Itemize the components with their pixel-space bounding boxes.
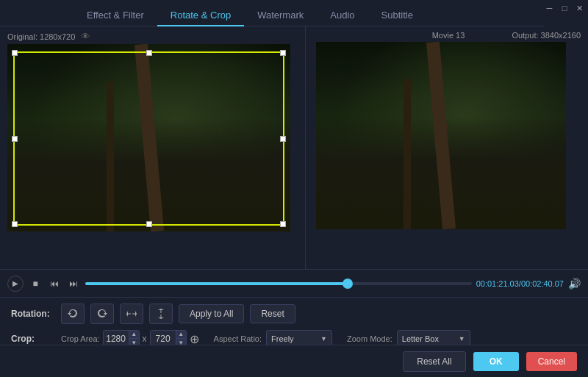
play-button[interactable]: ▶: [7, 276, 24, 292]
crop-handle-tl[interactable]: [12, 50, 18, 56]
zoom-mode-label: Zoom Mode:: [347, 334, 392, 343]
crop-handle-br[interactable]: [280, 221, 286, 227]
crop-area-label: Crop Area:: [61, 334, 100, 343]
cancel-button[interactable]: Cancel: [526, 352, 577, 371]
svg-rect-1: [132, 314, 135, 315]
video-area: Original: 1280x720 👁: [0, 26, 588, 269]
rotation-row: Rotation:: [11, 304, 577, 324]
reset-button[interactable]: Reset: [250, 304, 295, 323]
size-separator: x: [143, 334, 147, 344]
right-video-panel: Movie 13 Output: 3840x2160: [305, 26, 588, 269]
prev-button[interactable]: ⏮: [47, 276, 62, 291]
svg-rect-2: [161, 310, 162, 313]
crop-handle-bc[interactable]: [146, 221, 152, 227]
crop-handle-mr[interactable]: [280, 136, 286, 142]
crop-handle-tc[interactable]: [146, 50, 152, 56]
timeline-progress: [85, 282, 348, 285]
crop-handle-tr[interactable]: [280, 50, 286, 56]
rotate-cw-button[interactable]: [90, 304, 114, 324]
tab-subtitle[interactable]: Subtitle: [368, 5, 426, 26]
timeline-thumb[interactable]: [343, 279, 353, 289]
reset-all-button[interactable]: Reset All: [403, 351, 465, 372]
rotation-label: Rotation:: [11, 309, 55, 319]
tab-effect-filter[interactable]: Effect & Filter: [74, 5, 157, 26]
crop-overlay[interactable]: [13, 51, 284, 226]
aspect-ratio-label: Aspect Ratio:: [214, 334, 262, 343]
crop-handle-bl[interactable]: [12, 221, 18, 227]
tab-audio[interactable]: Audio: [317, 5, 368, 26]
flip-h-button[interactable]: [120, 304, 143, 324]
left-video-frame: [7, 44, 290, 231]
output-label: Output: 3840x2160: [512, 31, 581, 40]
ok-button[interactable]: OK: [473, 352, 519, 371]
tab-watermark[interactable]: Watermark: [244, 5, 317, 26]
playback-bar: ▶ ■ ⏮ ⏭ 00:01:21.03/00:02:40.07 🔊: [0, 269, 588, 297]
minimize-button[interactable]: ─: [544, 2, 555, 14]
left-video-panel: Original: 1280x720 👁: [0, 26, 305, 269]
svg-rect-0: [128, 314, 131, 315]
rotate-ccw-button[interactable]: [61, 304, 85, 324]
close-button[interactable]: ✕: [574, 2, 585, 14]
svg-rect-3: [161, 315, 162, 317]
tab-rotate-crop[interactable]: Rotate & Crop: [157, 5, 244, 26]
zoom-arrow-icon: ▼: [459, 335, 465, 342]
original-label: Original: 1280x720 👁: [7, 31, 305, 42]
center-crop-icon[interactable]: ⊕: [190, 332, 199, 346]
maximize-button[interactable]: □: [559, 2, 570, 14]
main-content: Original: 1280x720 👁: [0, 26, 588, 377]
tab-bar: Effect & Filter Rotate & Crop Watermark …: [0, 0, 544, 26]
next-button[interactable]: ⏭: [66, 276, 81, 291]
aspect-arrow-icon: ▼: [320, 335, 327, 342]
crop-handle-ml[interactable]: [12, 136, 18, 142]
bottom-bar: Reset All OK Cancel: [0, 345, 588, 377]
video-preview-right: [316, 42, 566, 229]
width-up-button[interactable]: ▲: [129, 331, 139, 339]
height-up-button[interactable]: ▲: [176, 331, 186, 339]
time-display: 00:01:21.03/00:02:40.07: [476, 279, 564, 288]
volume-icon[interactable]: 🔊: [568, 278, 581, 290]
flip-v-button[interactable]: [149, 304, 173, 324]
apply-all-button[interactable]: Apply to All: [179, 304, 244, 323]
timeline-track[interactable]: [85, 282, 472, 285]
eye-icon[interactable]: 👁: [81, 31, 90, 42]
title-bar: ─ □ ✕: [544, 0, 588, 16]
stop-button[interactable]: ■: [28, 276, 43, 291]
crop-label: Crop:: [11, 334, 55, 344]
